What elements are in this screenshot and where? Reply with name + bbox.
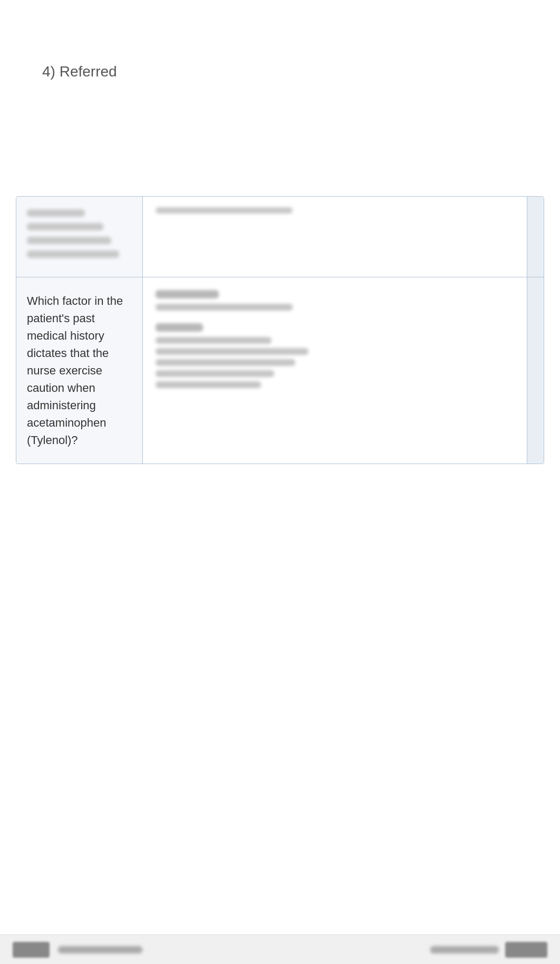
table-bottom-row: Which factor in the patient's past medic… [16, 277, 544, 464]
answer-label-2 [156, 323, 203, 332]
page-container: 4) Referred Which [0, 0, 560, 964]
blurred-line-1 [27, 209, 85, 217]
right-indicator-bottom [527, 277, 544, 464]
footer-left-text [58, 946, 142, 953]
footer-right-text [430, 946, 499, 953]
next-button[interactable] [505, 942, 547, 958]
answer-detail-6 [156, 381, 261, 388]
footer-left [13, 942, 142, 958]
top-section: 4) Referred [0, 0, 560, 101]
question-table: Which factor in the patient's past medic… [16, 196, 544, 464]
previous-button[interactable] [13, 942, 50, 958]
content-area: Which factor in the patient's past medic… [16, 196, 544, 464]
blurred-header [156, 207, 293, 214]
question-left: Which factor in the patient's past medic… [16, 277, 143, 464]
right-indicator-top [527, 197, 544, 277]
table-top-row [16, 197, 544, 277]
answer-group-1 [156, 290, 514, 311]
answer-detail-1 [156, 304, 293, 311]
referred-label: 4) Referred [42, 63, 117, 80]
footer-right [430, 942, 547, 958]
blurred-line-2 [27, 223, 103, 230]
table-right-previous [143, 197, 527, 277]
question-text: Which factor in the patient's past medic… [27, 292, 132, 449]
question-right [143, 277, 527, 464]
right-top-content [156, 222, 514, 264]
answer-group-secondary [156, 323, 514, 388]
answer-detail-4 [156, 359, 295, 366]
table-left-previous [16, 197, 143, 277]
blurred-line-4 [27, 250, 119, 258]
answer-detail-5 [156, 370, 274, 377]
footer [0, 934, 560, 964]
answer-label-1 [156, 290, 219, 298]
answer-detail-2 [156, 337, 272, 344]
blurred-line-3 [27, 237, 111, 244]
answer-detail-3 [156, 348, 308, 355]
